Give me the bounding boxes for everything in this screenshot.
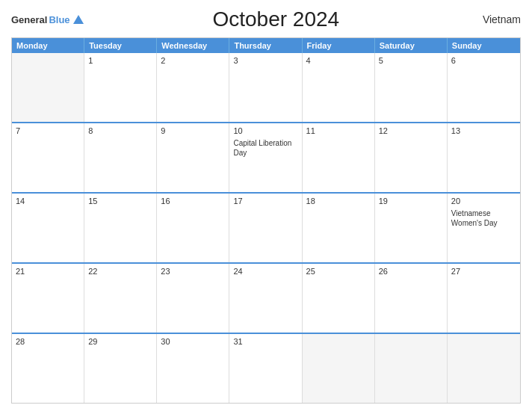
table-row: 16 [157, 194, 229, 262]
page: General Blue October 2024 Vietnam Monday… [0, 0, 532, 411]
table-row: 1 [84, 53, 157, 122]
table-row: 5 [375, 53, 448, 122]
table-row: 27 [448, 264, 520, 333]
table-row [12, 53, 84, 122]
table-row: 2 [157, 53, 229, 122]
table-row: 18 [303, 194, 375, 262]
table-row: 28 [12, 334, 84, 403]
table-row: 13 [448, 123, 520, 192]
table-row: 23 [157, 264, 229, 333]
logo-blue: Blue [49, 14, 69, 25]
weekday-header: Monday Tuesday Wednesday Thursday Friday… [12, 38, 520, 53]
table-row: 14 [12, 194, 84, 262]
table-row [375, 334, 448, 403]
table-row: 11 [303, 123, 375, 192]
table-row: 8 [84, 123, 157, 192]
table-row: 15 [84, 194, 157, 262]
table-row: 3 [229, 53, 302, 122]
table-row: 7 [12, 123, 84, 192]
table-row: 6 [448, 53, 520, 122]
table-row: 25 [303, 264, 375, 333]
table-row: 31 [229, 334, 302, 403]
header: General Blue October 2024 Vietnam [11, 7, 521, 31]
header-wednesday: Wednesday [157, 38, 229, 53]
logo-triangle-icon [73, 15, 84, 24]
calendar: Monday Tuesday Wednesday Thursday Friday… [11, 37, 521, 404]
logo: General Blue [11, 14, 84, 25]
week-3: 14 15 16 17 18 19 20 Vietnamese Women's … [12, 194, 520, 264]
table-row: 19 [375, 194, 448, 262]
table-row: 21 [12, 264, 84, 333]
table-row: 29 [84, 334, 157, 403]
table-row: 12 [375, 123, 448, 192]
table-row: 4 [303, 53, 375, 122]
header-tuesday: Tuesday [84, 38, 157, 53]
calendar-title: October 2024 [84, 7, 468, 31]
header-friday: Friday [303, 38, 375, 53]
header-sunday: Sunday [448, 38, 520, 53]
table-row: 26 [375, 264, 448, 333]
header-thursday: Thursday [229, 38, 302, 53]
week-4: 21 22 23 24 25 26 27 [12, 264, 520, 334]
table-row: 17 [229, 194, 302, 262]
country-label: Vietnam [468, 13, 521, 25]
table-row: 30 [157, 334, 229, 403]
week-2: 7 8 9 10 Capital Liberation Day 11 12 13 [12, 123, 520, 194]
week-5: 28 29 30 31 [12, 334, 520, 403]
header-monday: Monday [12, 38, 84, 53]
table-row [448, 334, 520, 403]
table-row: 10 Capital Liberation Day [229, 123, 302, 192]
table-row: 24 [229, 264, 302, 333]
table-row: 9 [157, 123, 229, 192]
calendar-body: 1 2 3 4 5 6 7 8 9 10 Capital Liberation … [12, 53, 520, 403]
table-row [303, 334, 375, 403]
table-row: 20 Vietnamese Women's Day [448, 194, 520, 262]
week-1: 1 2 3 4 5 6 [12, 53, 520, 123]
header-saturday: Saturday [375, 38, 448, 53]
table-row: 22 [84, 264, 157, 333]
logo-general: General [11, 14, 47, 25]
